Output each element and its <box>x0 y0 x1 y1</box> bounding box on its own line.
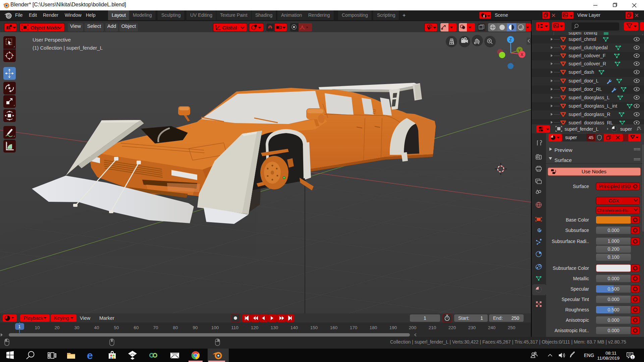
svg-text:Principled BSD: Principled BSD <box>599 184 631 189</box>
svg-text:240: 240 <box>488 325 496 330</box>
svg-text:160: 160 <box>330 325 338 330</box>
svg-text:220: 220 <box>448 325 456 330</box>
svg-text:X: X <box>521 52 523 57</box>
svg-text:0.000: 0.000 <box>607 297 619 302</box>
svg-text:Subsurface: Subsurface <box>565 228 589 233</box>
svg-text:110: 110 <box>231 325 238 330</box>
svg-text:superl_fender_L: superl_fender_L <box>565 126 598 132</box>
svg-text:1: 1 <box>480 315 483 321</box>
svg-text:Preview: Preview <box>554 147 573 153</box>
svg-text:View: View <box>80 315 91 321</box>
svg-text:230: 230 <box>468 325 476 330</box>
svg-text:1: 1 <box>424 315 426 321</box>
svg-text:Start:: Start: <box>458 315 469 321</box>
svg-text:superl_door_L: superl_door_L <box>569 78 599 83</box>
svg-text:Metallic: Metallic <box>573 276 589 281</box>
svg-text:Use Nodes: Use Nodes <box>582 169 606 174</box>
svg-text:30: 30 <box>74 325 79 330</box>
svg-text:Surface: Surface <box>554 157 572 163</box>
svg-text:210: 210 <box>429 325 436 330</box>
svg-text:20: 20 <box>54 325 59 330</box>
svg-text:super: super <box>565 135 577 140</box>
svg-text:150: 150 <box>310 325 318 330</box>
svg-text:Surface: Surface <box>573 184 589 189</box>
svg-text:190: 190 <box>389 325 397 330</box>
svg-text:40: 40 <box>94 325 99 330</box>
svg-text:superl_doorglass_RL: superl_doorglass_RL <box>569 120 613 124</box>
svg-text:0.200: 0.200 <box>607 246 619 252</box>
svg-text:Anisotropic: Anisotropic <box>566 317 589 323</box>
svg-text:60: 60 <box>133 325 139 330</box>
svg-text:0.100: 0.100 <box>607 254 619 260</box>
svg-text:superl_coilover_R: superl_coilover_R <box>569 61 606 66</box>
svg-text:140: 140 <box>290 325 298 330</box>
svg-text:1.000: 1.000 <box>607 238 619 244</box>
svg-text:Specular Tint: Specular Tint <box>561 297 589 302</box>
svg-text:180: 180 <box>370 325 377 330</box>
svg-text:10: 10 <box>35 325 40 330</box>
svg-text:0.000: 0.000 <box>607 328 619 333</box>
svg-text:90: 90 <box>193 325 198 330</box>
svg-text:superl_door_RL: superl_door_RL <box>569 86 602 92</box>
svg-text:Base Color: Base Color <box>566 217 589 223</box>
svg-text:0.000: 0.000 <box>607 317 619 323</box>
svg-text:Roughness: Roughness <box>565 307 589 312</box>
svg-text:GGX: GGX <box>608 198 619 203</box>
svg-text:End:: End: <box>493 315 503 321</box>
svg-text:70: 70 <box>153 325 158 330</box>
svg-text:Subsurface Color: Subsurface Color <box>553 265 589 271</box>
svg-text:0.000: 0.000 <box>607 228 619 233</box>
svg-text:ENG: ENG <box>584 353 594 358</box>
svg-text:e: e <box>87 349 93 361</box>
svg-text:0.000: 0.000 <box>607 276 619 281</box>
svg-text:0.500: 0.500 <box>607 286 619 292</box>
svg-text:45: 45 <box>589 135 593 140</box>
svg-text:Specular: Specular <box>571 286 589 292</box>
svg-text:250: 250 <box>512 315 520 321</box>
svg-text:superl_coilover_F: superl_coilover_F <box>569 53 606 58</box>
svg-text:11/08/2019: 11/08/2019 <box>597 356 620 361</box>
svg-text:superl_doorglass_L: superl_doorglass_L <box>569 95 609 100</box>
svg-text:superl_doorglass_L_int: superl_doorglass_L_int <box>569 103 617 109</box>
svg-text:130: 130 <box>271 325 278 330</box>
svg-text:1: 1 <box>632 355 634 359</box>
svg-text:Playback: Playback <box>23 315 44 321</box>
svg-text:250: 250 <box>508 325 516 330</box>
svg-text:1: 1 <box>18 324 21 329</box>
svg-text:Subsurface Radi..: Subsurface Radi.. <box>552 239 589 244</box>
svg-text:super: super <box>620 126 632 132</box>
svg-text:08:11: 08:11 <box>605 351 616 356</box>
svg-text:superl_chmsl: superl_chmsl <box>569 37 596 42</box>
svg-text:Z: Z <box>509 38 512 42</box>
svg-text:Anisotropic Rot..: Anisotropic Rot.. <box>554 328 589 333</box>
svg-text:80: 80 <box>173 325 178 330</box>
svg-text:Keying: Keying <box>54 315 69 321</box>
svg-text:Christensen-Bu..: Christensen-Bu.. <box>597 208 631 213</box>
svg-text:50: 50 <box>114 325 119 330</box>
svg-text:170: 170 <box>350 325 358 330</box>
svg-text:Marker: Marker <box>99 315 114 321</box>
svg-text:200: 200 <box>409 325 417 330</box>
svg-text:superl_clutchpedal: superl_clutchpedal <box>569 45 608 50</box>
svg-text:superl_doorglass_R: superl_doorglass_R <box>569 112 610 117</box>
svg-text:0.500: 0.500 <box>607 307 619 312</box>
svg-text:superl_dash: superl_dash <box>569 69 594 75</box>
svg-text:120: 120 <box>251 325 259 330</box>
svg-text:100: 100 <box>211 325 219 330</box>
